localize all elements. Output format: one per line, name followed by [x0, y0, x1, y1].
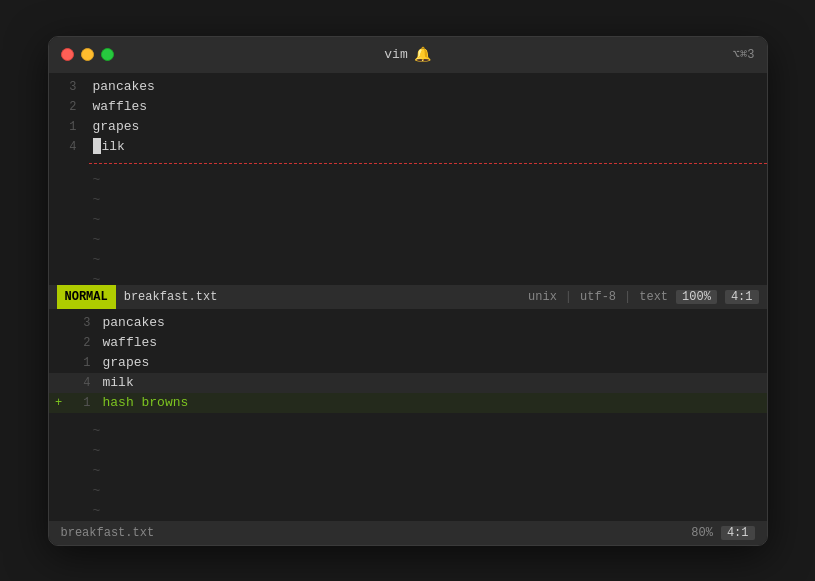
tilde-char: ~ — [89, 190, 101, 210]
bottom-code-lines: 3 pancakes 2 waffles 1 grapes — [49, 309, 767, 417]
encoding-label: unix — [528, 290, 557, 304]
window-title: vim 🔔 — [384, 46, 430, 63]
tilde-char: ~ — [89, 170, 101, 190]
traffic-lights — [61, 48, 114, 61]
line-number: 1 — [69, 393, 99, 413]
maximize-button[interactable] — [101, 48, 114, 61]
line-content: hash browns — [99, 393, 189, 413]
separator: | — [565, 290, 572, 304]
tilde-line: ~ — [49, 170, 767, 190]
titlebar: vim 🔔 ⌥⌘3 — [49, 37, 767, 73]
line-number: 1 — [69, 353, 99, 373]
bottom-statusbar: breakfast.txt 80% 4:1 — [49, 521, 767, 545]
tilde-char: ~ — [89, 441, 101, 461]
top-pane: 3 pancakes 2 waffles 1 grapes — [49, 73, 767, 309]
tilde-char: ~ — [89, 481, 101, 501]
line-number: 4 — [69, 373, 99, 393]
close-button[interactable] — [61, 48, 74, 61]
tilde-line: ~ — [49, 441, 767, 461]
line-content: pancakes — [89, 77, 155, 97]
table-row: 1 grapes — [49, 353, 767, 373]
bottom-pane: 3 pancakes 2 waffles 1 grapes — [49, 309, 767, 545]
tilde-line: ~ — [49, 210, 767, 230]
table-row: 3 pancakes — [49, 313, 767, 333]
line-content: grapes — [89, 117, 140, 137]
vim-window: vim 🔔 ⌥⌘3 3 pancakes 2 waffles — [48, 36, 768, 546]
top-statusbar: NORMAL breakfast.txt unix | utf-8 | text… — [49, 285, 767, 309]
top-code-lines: 3 pancakes 2 waffles 1 grapes — [49, 73, 767, 161]
line-number: 1 — [49, 117, 89, 137]
diff-marker-plus: + — [49, 393, 69, 413]
line-number: 2 — [69, 333, 99, 353]
line-number: 3 — [69, 313, 99, 333]
tilde-line: ~ — [49, 481, 767, 501]
line-content: waffles — [89, 97, 148, 117]
table-row: 1 grapes — [49, 117, 767, 137]
tilde-char: ~ — [89, 210, 101, 230]
tilde-line: ~ — [49, 461, 767, 481]
tilde-line: ~ — [49, 501, 767, 521]
line-number: 3 — [49, 77, 89, 97]
tilde-char: ~ — [89, 421, 101, 441]
line-number: 4 — [49, 137, 89, 157]
editor-area: 3 pancakes 2 waffles 1 grapes — [49, 73, 767, 545]
bottom-position: 4:1 — [721, 526, 755, 540]
percent-badge: 100% — [676, 290, 717, 304]
line-content: milk — [99, 373, 134, 393]
tilde-line: ~ — [49, 270, 767, 285]
format-label: utf-8 — [580, 290, 616, 304]
shortcut-label: ⌥⌘3 — [733, 47, 755, 62]
tilde-char: ~ — [89, 501, 101, 521]
table-row: 4 milk — [49, 373, 767, 393]
bottom-percent: 80% — [691, 526, 713, 540]
line-number: 2 — [49, 97, 89, 117]
mode-badge: NORMAL — [57, 285, 116, 309]
tilde-line: ~ — [49, 421, 767, 441]
tilde-lines-top: ~ ~ ~ ~ ~ ~ ~ — [49, 166, 767, 285]
position-badge: 4:1 — [725, 290, 759, 304]
tilde-lines-bottom: ~ ~ ~ ~ ~ ~ — [49, 417, 767, 521]
separator: | — [624, 290, 631, 304]
tilde-char: ~ — [89, 250, 101, 270]
tilde-line: ~ — [49, 230, 767, 250]
line-content: waffles — [99, 333, 158, 353]
tilde-char: ~ — [89, 461, 101, 481]
bottom-code-view[interactable]: 3 pancakes 2 waffles 1 grapes — [49, 309, 767, 521]
table-row: 2 waffles — [49, 97, 767, 117]
bottom-filename: breakfast.txt — [61, 526, 692, 540]
tilde-char: ~ — [89, 270, 101, 285]
tilde-line: ~ — [49, 250, 767, 270]
text-cursor — [93, 138, 101, 154]
line-content: pancakes — [99, 313, 165, 333]
red-dashed-separator — [89, 163, 767, 164]
tilde-line: ~ — [49, 190, 767, 210]
tilde-char: ~ — [89, 230, 101, 250]
top-filename: breakfast.txt — [124, 290, 218, 304]
line-content: grapes — [99, 353, 150, 373]
bottom-right: 80% 4:1 — [691, 526, 754, 540]
minimize-button[interactable] — [81, 48, 94, 61]
top-code-view[interactable]: 3 pancakes 2 waffles 1 grapes — [49, 73, 767, 285]
table-row: 2 waffles — [49, 333, 767, 353]
bell-icon: 🔔 — [414, 46, 431, 63]
table-row: + 1 hash browns — [49, 393, 767, 413]
statusbar-right: unix | utf-8 | text 100% 4:1 — [528, 290, 758, 304]
table-row: 4 ilk — [49, 137, 767, 157]
line-content: ilk — [89, 137, 125, 157]
table-row: 3 pancakes — [49, 77, 767, 97]
filetype-label: text — [639, 290, 668, 304]
